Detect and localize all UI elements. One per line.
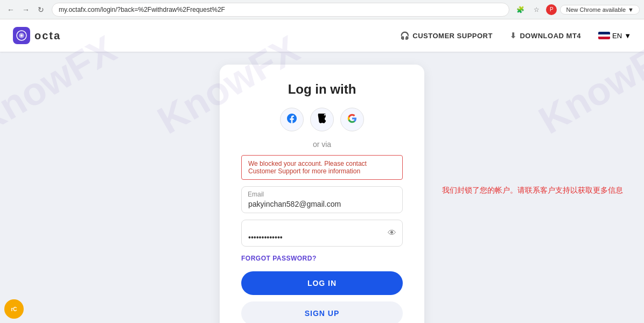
page: KnowFX KnowFX KnowFX octa 🎧 CUSTOMER SUP… (0, 19, 644, 323)
address-bar[interactable]: my.octafx.com/login/?back=%2Fwithdraw%2F… (52, 3, 509, 17)
customer-support-nav[interactable]: 🎧 CUSTOMER SUPPORT (400, 31, 493, 40)
chinese-annotation: 我们封锁了您的帐户。请联系客户支持以获取更多信息 (442, 186, 623, 195)
password-form-group: Password 👁 (241, 220, 403, 247)
browser-chrome: ← → ↻ my.octafx.com/login/?back=%2Fwithd… (0, 0, 644, 19)
nav-buttons: ← → ↻ (4, 3, 47, 16)
chevron-down-icon: ▼ (624, 32, 631, 40)
forward-button[interactable]: → (19, 3, 32, 16)
language-code: EN (612, 32, 622, 40)
language-selector[interactable]: EN ▼ (598, 32, 631, 40)
logo-icon (13, 27, 30, 44)
flag-icon (598, 32, 610, 39)
facebook-login-button[interactable] (280, 108, 304, 131)
google-icon (347, 114, 357, 126)
extensions-button[interactable]: 🧩 (514, 3, 527, 16)
download-mt4-label: DOWNLOAD MT4 (520, 32, 581, 40)
main-content: Log in with (0, 52, 644, 323)
chevron-down-icon: ▼ (628, 6, 634, 13)
browser-actions: 🧩 ☆ P New Chrome available ▼ (514, 3, 640, 16)
email-input[interactable] (241, 186, 403, 213)
apple-login-button[interactable] (310, 108, 334, 131)
back-button[interactable]: ← (4, 3, 17, 16)
google-login-button[interactable] (340, 108, 364, 131)
login-title: Log in with (241, 82, 403, 97)
recaptcha-badge: rC (4, 299, 24, 319)
error-message-box: We blocked your account. Please contact … (241, 155, 403, 180)
error-text: We blocked your account. Please contact … (248, 160, 367, 175)
email-label: Email (248, 191, 264, 198)
logo-text: octa (34, 30, 61, 42)
facebook-icon (287, 114, 297, 126)
new-chrome-label: New Chrome available (566, 6, 626, 13)
svg-point-2 (20, 34, 23, 37)
customer-support-label: CUSTOMER SUPPORT (412, 32, 493, 40)
eye-icon: 👁 (388, 228, 396, 237)
login-card: Log in with (220, 65, 424, 323)
recaptcha-icon: rC (11, 306, 17, 312)
or-via-text: or via (241, 140, 403, 149)
email-form-group: Email (241, 186, 403, 213)
password-wrapper: 👁 (241, 220, 403, 247)
download-mt4-nav[interactable]: ⬇ DOWNLOAD MT4 (510, 31, 581, 40)
logo[interactable]: octa (13, 27, 61, 44)
signup-button[interactable]: SIGN UP (241, 301, 403, 323)
card-inner: Log in with (241, 82, 403, 323)
forgot-password-anchor[interactable]: FORGOT PASSWORD? (241, 255, 317, 262)
password-input[interactable] (241, 220, 403, 247)
profile-button[interactable]: P (546, 4, 557, 15)
reload-button[interactable]: ↻ (34, 3, 47, 16)
headphone-icon: 🎧 (400, 31, 410, 40)
login-button[interactable]: LOG IN (241, 271, 403, 295)
url-text: my.octafx.com/login/?back=%2Fwithdraw%2F… (59, 6, 225, 13)
forgot-password-link[interactable]: FORGOT PASSWORD? (241, 253, 403, 263)
bookmark-button[interactable]: ☆ (530, 3, 543, 16)
toggle-password-button[interactable]: 👁 (388, 228, 396, 238)
download-icon: ⬇ (510, 31, 517, 40)
apple-icon (318, 114, 326, 126)
new-chrome-badge: New Chrome available ▼ (560, 5, 640, 15)
social-buttons (241, 108, 403, 131)
header-nav: 🎧 CUSTOMER SUPPORT ⬇ DOWNLOAD MT4 EN ▼ (400, 31, 631, 40)
site-header: octa 🎧 CUSTOMER SUPPORT ⬇ DOWNLOAD MT4 E… (0, 19, 644, 52)
